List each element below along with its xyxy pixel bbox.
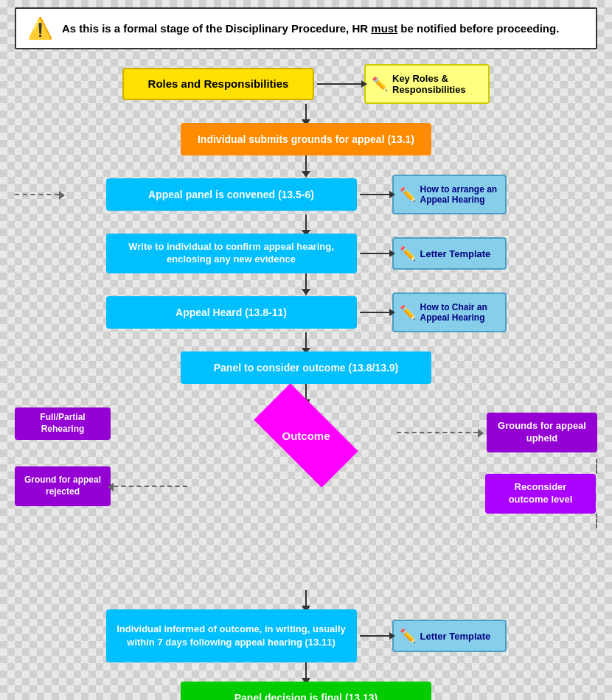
warning-post: be notified before proceeding. (397, 22, 559, 35)
letter-template-2-label: Letter Template (420, 631, 491, 642)
edit-icon3: ✏️ (400, 245, 416, 262)
step-final: Panel decision is final (13.13) (15, 682, 597, 700)
reconsider-wrap: Reconsider outcome level (430, 459, 597, 528)
letter-template-2-ref[interactable]: ✏️ Letter Template (392, 620, 507, 652)
chair-appeal-label: How to Chair an Appeal Hearing (420, 302, 499, 323)
flowchart: Roles and Responsibilities ✏️ Key Roles … (15, 64, 597, 700)
step-panel-consider: Panel to consider outcome (13.8/13.9) (15, 351, 597, 384)
step-appeal-heard: Appeal Heard (13.8-11) ✏️ How to Chair a… (15, 293, 597, 332)
edit-icon2: ✏️ (400, 186, 416, 203)
key-roles-ref[interactable]: ✏️ Key Roles & Responsibilities (364, 64, 490, 104)
edit-icon5: ✏️ (400, 628, 416, 644)
step-write-individual: Write to individual to confirm appeal he… (15, 234, 597, 273)
arrange-appeal-ref[interactable]: ✏️ How to arrange an Appeal Hearing (392, 175, 507, 214)
warning-text: As this is a formal stage of the Discipl… (62, 21, 559, 36)
write-individual-label: Write to individual to confirm appeal he… (115, 241, 348, 266)
submit-label: Individual submits grounds for appeal (1… (198, 133, 414, 146)
appeal-heard-label: Appeal Heard (13.8-11) (175, 306, 287, 319)
appeal-heard-box[interactable]: Appeal Heard (13.8-11) (106, 296, 357, 329)
edit-icon: ✏️ (372, 76, 388, 92)
arrange-appeal-label: How to arrange an Appeal Hearing (420, 184, 499, 205)
reconsider-label: Reconsider outcome level (494, 481, 587, 506)
panel-convened-box[interactable]: Appeal panel is convened (13.5-6) (106, 178, 357, 211)
step-panel-convened: Appeal panel is convened (13.5-6) ✏️ How… (15, 175, 597, 214)
letter-template-1-label: Letter Template (420, 248, 491, 259)
step-submit: Individual submits grounds for appeal (1… (15, 123, 597, 155)
key-roles-label: Key Roles & Responsibilities (392, 73, 482, 95)
reconsider-box[interactable]: Reconsider outcome level (485, 474, 596, 514)
warning-must: must (371, 22, 397, 35)
upheld-box[interactable]: Grounds for appeal upheld (487, 413, 597, 452)
informed-label: Individual informed of outcome, in writi… (115, 623, 348, 649)
roles-box[interactable]: Roles and Responsibilities (122, 68, 314, 100)
roles-label: Roles and Responsibilities (148, 77, 289, 91)
letter-template-1-ref[interactable]: ✏️ Letter Template (392, 237, 507, 270)
outcome-diamond: Outcome (247, 406, 365, 465)
informed-box[interactable]: Individual informed of outcome, in writi… (106, 609, 357, 662)
submit-box[interactable]: Individual submits grounds for appeal (1… (181, 123, 431, 155)
step-informed: Individual informed of outcome, in writi… (15, 609, 597, 662)
page-content: ⚠️ As this is a formal stage of the Disc… (0, 0, 612, 700)
warning-banner: ⚠️ As this is a formal stage of the Disc… (15, 7, 597, 49)
panel-convened-label: Appeal panel is convened (13.5-6) (148, 188, 314, 201)
rejected-wrap: Ground for appeal rejected (15, 466, 187, 506)
step-roles: Roles and Responsibilities ✏️ Key Roles … (15, 64, 597, 104)
edit-icon4: ✏️ (400, 304, 416, 321)
outcome-label: Outcome (282, 430, 330, 442)
chair-appeal-ref[interactable]: ✏️ How to Chair an Appeal Hearing (392, 293, 507, 332)
upheld-label: Grounds for appeal upheld (495, 420, 588, 445)
rejected-box[interactable]: Ground for appeal rejected (15, 466, 111, 506)
final-box[interactable]: Panel decision is final (13.13) (181, 682, 431, 700)
panel-consider-box[interactable]: Panel to consider outcome (13.8/13.9) (181, 351, 431, 384)
write-individual-box[interactable]: Write to individual to confirm appeal he… (106, 234, 357, 273)
warning-pre: As this is a formal stage of the Discipl… (62, 22, 371, 35)
final-label: Panel decision is final (13.13) (234, 691, 378, 700)
warning-icon: ⚠️ (27, 16, 53, 41)
panel-consider-label: Panel to consider outcome (13.8/13.9) (214, 361, 399, 374)
rejected-label: Ground for appeal rejected (24, 475, 102, 497)
outcome-section: Full/Partial Rehearing Outcome (15, 400, 597, 598)
